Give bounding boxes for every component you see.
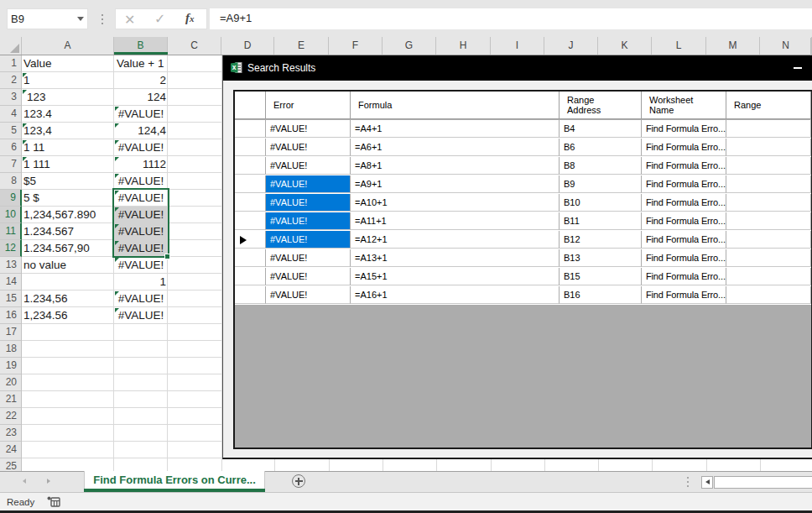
svg-text:x: x — [232, 63, 237, 71]
